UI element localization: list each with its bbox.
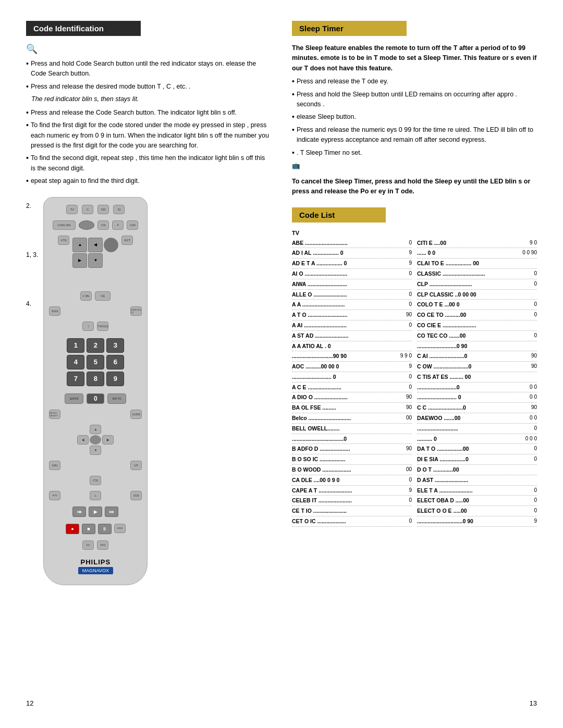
remote-dpad: ▲ ◀ ▶ ▼: [72, 238, 118, 283]
brand-name: C AI .......................0: [417, 352, 480, 361]
remote-stop-btn[interactable]: ■: [82, 524, 95, 534]
remote-exit-btn[interactable]: EXT: [121, 236, 133, 245]
remote-btn-7[interactable]: 7: [67, 372, 84, 386]
remote-l-btn[interactable]: L: [90, 491, 101, 500]
remote-info-btn[interactable]: INFOCI SELECT: [49, 410, 60, 419]
list-item: CAPE A T ......................9: [292, 486, 412, 496]
remote-down2-btn[interactable]: ▼: [90, 446, 101, 455]
remote-ute-btn[interactable]: UTE: [58, 236, 69, 245]
brand-codes: 0: [534, 300, 537, 309]
remote-btn-2[interactable]: 2: [87, 338, 104, 353]
list-item: A A ATIO AL . 0: [292, 341, 412, 352]
list-item: ..................................0: [292, 434, 412, 445]
remote-sto-btn[interactable]: STO: [97, 540, 108, 550]
sleep-intro: The Sleep feature enables the remote to …: [292, 43, 537, 73]
list-item: A DIO O ......................90: [292, 392, 412, 403]
list-item: A AI ............................0: [292, 320, 412, 331]
remote-sleep-row: SLEE SUBTITLE CC: [49, 306, 142, 316]
brand-name: A DIO O ......................: [292, 393, 354, 402]
remote-0-btn[interactable]: 0: [87, 393, 104, 404]
remote-i-btn[interactable]: i: [82, 322, 94, 331]
remote-btn-1[interactable]: 1: [67, 338, 84, 353]
remote-pause-btn[interactable]: ⏸: [98, 524, 112, 534]
list-item: CLP CLASSIC ..0 00 00: [417, 290, 537, 300]
remote-slee-btn[interactable]: SLEE: [49, 306, 60, 316]
remote-btn-4[interactable]: 4: [67, 355, 84, 369]
remote-btn-5[interactable]: 5: [87, 355, 104, 369]
remote-enu-btn[interactable]: ENU: [49, 461, 60, 470]
remote-play-btn[interactable]: ▶: [89, 507, 102, 517]
remote-f-btn[interactable]: F: [112, 220, 124, 230]
brand-codes: 90: [406, 403, 412, 412]
remote-init-btn[interactable]: INIT FC: [107, 393, 126, 404]
brand-name: B ADFO D ....................: [292, 445, 354, 453]
red-indicator-note: The red indicator blin s, then stays lit…: [31, 94, 271, 104]
remote-con-btn[interactable]: CON: [127, 220, 138, 230]
remote-up2-btn[interactable]: ▲: [90, 425, 101, 434]
remote-code-btn[interactable]: CODE SEC: [53, 220, 76, 230]
remote-cnn-btn[interactable]: C NN-: [80, 291, 92, 301]
remote-c-btn[interactable]: C: [82, 205, 93, 214]
remote-fc-row: FC STO: [82, 540, 108, 550]
remote-ok2-btn[interactable]: [90, 435, 101, 445]
remote-up-btn[interactable]: ▲: [72, 238, 87, 252]
remote-right2-btn[interactable]: ▶: [102, 435, 114, 445]
remote-left-btn[interactable]: ◀: [88, 238, 103, 252]
remote-enter-row: ENTR 0 INIT FC: [65, 393, 126, 404]
remote-info-row: INFOCI SELECT GUIDE: [49, 410, 142, 419]
remote-rew-btn[interactable]: ⏮: [72, 507, 86, 517]
brand-name: D AST ......................: [417, 476, 480, 485]
brand-name: AD I AL ................. 0: [292, 249, 354, 257]
remote-guide-btn[interactable]: GUIDE: [130, 410, 142, 419]
brand-name: BELL OWELL........: [292, 424, 354, 433]
remote-uit-btn[interactable]: UIT: [130, 461, 142, 470]
remote-left2-btn[interactable]: ◀: [77, 435, 89, 445]
brand-name: CO TEC CO .......00: [417, 331, 480, 340]
remote-subtitle-btn[interactable]: SUBTITLE CC: [130, 306, 142, 316]
remote-btn-8[interactable]: 8: [87, 372, 104, 386]
remote-toggle-btn[interactable]: TOGGLE: [97, 322, 108, 331]
list-item: B O SO IC .................: [292, 454, 412, 465]
remote-btn-9[interactable]: 9: [106, 372, 124, 386]
brand-name: C OW .......................0: [417, 362, 480, 371]
right-column: Sleep Timer The Sleep feature enables th…: [292, 21, 537, 684]
remote-btn-3[interactable]: 3: [106, 338, 124, 353]
instruction-2: Press and release the desired mode butto…: [26, 82, 271, 92]
instruction-6: epeat step again to find the third digit…: [26, 176, 271, 187]
list-item: ABE ............................0: [292, 238, 412, 249]
code-col-right: CITI E ....009 0...... 0 00 0 90CLAI TO …: [417, 238, 537, 527]
brand-codes: 9: [409, 362, 412, 371]
list-item: BELL OWELL........: [292, 424, 412, 434]
brand-name: BA OL FSE .........: [292, 403, 354, 412]
remote-enter-btn[interactable]: ENTR: [65, 393, 83, 404]
remote-cn-btn[interactable]: CN: [97, 220, 109, 230]
remote-ce-btn[interactable]: CE: [95, 291, 111, 301]
brand-name: .......... 0: [417, 435, 480, 443]
remote-rec-btn[interactable]: ●: [66, 524, 79, 534]
remote-right-btn[interactable]: ▶: [72, 253, 87, 268]
remote-vol-dial[interactable]: [79, 220, 94, 230]
list-item: ELE T A ......................0: [417, 486, 537, 496]
list-item: CA DLE ....00 0 9 00: [292, 475, 412, 486]
remote-scn-btn[interactable]: SCN: [130, 491, 142, 500]
remote-btn-6[interactable]: 6: [106, 355, 124, 369]
step-labels: 2. 1, 3. 4.: [26, 197, 38, 307]
remote-fc-btn[interactable]: FC: [82, 540, 94, 550]
remote-dd-btn[interactable]: DD: [97, 205, 109, 214]
brand-codes: 0: [534, 496, 537, 505]
remote-ff-btn[interactable]: ⏭: [105, 507, 118, 517]
label-2: 2.: [26, 202, 38, 209]
remote-ok-btn[interactable]: [104, 238, 118, 252]
main-content: Code Identification 🔍 Press and hold Cod…: [26, 21, 537, 684]
remote-tv-btn[interactable]: TV: [66, 205, 78, 214]
remote-uree-btn[interactable]: UREE: [114, 524, 126, 533]
remote-si-btn[interactable]: SI: [113, 205, 125, 214]
remote-down-btn[interactable]: ▼: [88, 253, 103, 268]
remote-cte-btn[interactable]: CTE: [90, 476, 101, 485]
remote-scnminus-btn[interactable]: SCN-: [49, 491, 60, 500]
brand-name: ..........................0: [417, 383, 480, 392]
brand-codes: 0: [534, 331, 537, 340]
brand-codes: 90: [531, 403, 537, 412]
brand-name: CAPE A T ......................: [292, 486, 354, 495]
list-item: DA T O .................000: [417, 444, 537, 454]
